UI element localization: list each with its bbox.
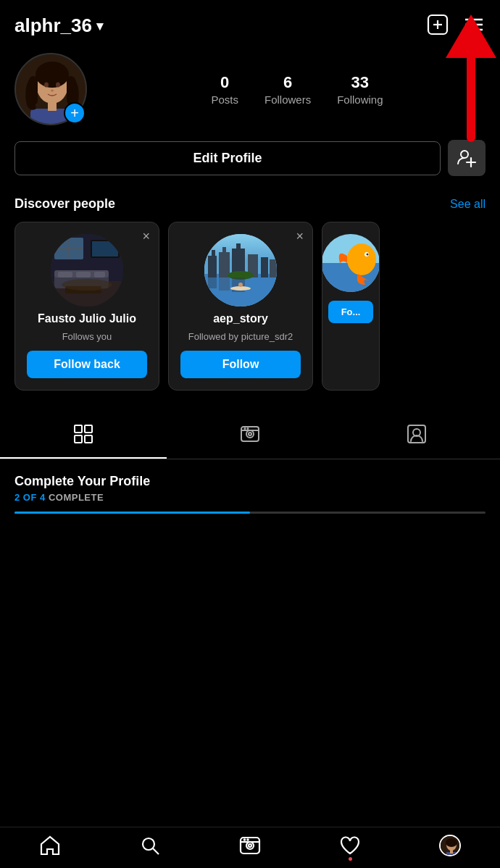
header-icons xyxy=(426,13,486,38)
people-cards: × xyxy=(0,222,500,405)
svg-rect-44 xyxy=(236,243,241,251)
person-card-1: × xyxy=(14,222,159,391)
follow-button-3[interactable]: Fo... xyxy=(328,301,373,323)
svg-rect-17 xyxy=(48,99,57,111)
svg-point-68 xyxy=(247,427,249,430)
tab-tagged[interactable] xyxy=(333,412,500,459)
nav-reels-icon xyxy=(239,835,261,856)
svg-point-77 xyxy=(243,838,246,841)
person-card-3: Fo... xyxy=(322,222,380,391)
bottom-nav xyxy=(0,827,500,868)
reels-icon xyxy=(240,424,260,447)
stats-row: 0 Posts 6 Followers 33 Following xyxy=(109,73,486,106)
svg-rect-28 xyxy=(92,241,118,256)
nav-search[interactable] xyxy=(139,835,161,856)
complete-suffix: COMPLETE xyxy=(49,492,104,503)
header: alphr_36 ▾ xyxy=(0,0,500,46)
svg-rect-40 xyxy=(212,250,215,257)
see-all-button[interactable]: See all xyxy=(450,198,486,211)
follow-button-2[interactable]: Follow xyxy=(180,351,301,378)
svg-rect-32 xyxy=(76,272,91,277)
nav-profile[interactable] xyxy=(439,835,461,856)
svg-point-81 xyxy=(446,838,457,847)
card-avatar-1 xyxy=(51,234,123,306)
nav-home[interactable] xyxy=(39,835,61,856)
svg-rect-31 xyxy=(58,272,72,277)
svg-rect-33 xyxy=(94,272,105,277)
svg-point-71 xyxy=(143,838,154,850)
progress-bar xyxy=(14,512,486,514)
posts-count: 0 xyxy=(220,73,229,92)
svg-rect-59 xyxy=(75,425,82,433)
svg-point-13 xyxy=(44,83,49,88)
add-post-button[interactable] xyxy=(426,13,449,38)
progress-fill xyxy=(14,512,250,514)
card-avatar-3 xyxy=(322,234,380,292)
stat-following[interactable]: 33 Following xyxy=(337,73,383,106)
tagged-icon xyxy=(407,424,427,447)
dismiss-card-1-button[interactable]: × xyxy=(142,230,150,243)
nav-reels[interactable] xyxy=(239,835,261,856)
svg-rect-60 xyxy=(85,425,92,433)
edit-profile-row: Edit Profile xyxy=(0,140,500,191)
card-name-1: Fausto Julio Julio xyxy=(38,312,136,325)
dismiss-card-2-button[interactable]: × xyxy=(296,230,304,243)
following-label: Following xyxy=(337,93,383,106)
svg-rect-83 xyxy=(450,849,453,854)
card-name-2: aep_story xyxy=(213,312,268,325)
card-avatar-2 xyxy=(204,234,277,306)
svg-rect-41 xyxy=(219,252,230,277)
following-count: 33 xyxy=(351,73,369,92)
svg-point-78 xyxy=(246,838,249,841)
svg-point-18 xyxy=(461,151,468,158)
plus-icon: + xyxy=(70,106,79,120)
nav-activity[interactable] xyxy=(339,835,361,856)
search-icon xyxy=(139,835,161,856)
edit-profile-button[interactable]: Edit Profile xyxy=(14,141,441,175)
card-subtext-1: Follows you xyxy=(62,331,112,342)
nav-profile-avatar xyxy=(439,835,461,856)
home-icon xyxy=(39,835,61,856)
discover-title: Discover people xyxy=(14,196,115,212)
add-story-button[interactable]: + xyxy=(64,102,86,124)
complete-count: 2 OF 4 xyxy=(14,492,46,503)
tab-reels[interactable] xyxy=(167,412,333,459)
tab-grid[interactable] xyxy=(0,412,167,459)
complete-profile-section: Complete Your Profile 2 OF 4 COMPLETE xyxy=(0,459,500,525)
person-card-2: × xyxy=(168,222,313,391)
svg-point-53 xyxy=(238,283,243,287)
svg-point-56 xyxy=(347,243,376,275)
svg-point-67 xyxy=(244,427,246,430)
add-person-icon xyxy=(457,148,477,168)
follow-back-button-1[interactable]: Follow back xyxy=(27,351,147,378)
complete-profile-title: Complete Your Profile xyxy=(14,474,486,489)
svg-rect-42 xyxy=(222,247,226,254)
svg-point-14 xyxy=(56,83,60,88)
svg-point-75 xyxy=(249,844,251,847)
username-row[interactable]: alphr_36 ▾ xyxy=(14,14,103,37)
activity-dot xyxy=(349,857,352,861)
stat-followers[interactable]: 6 Followers xyxy=(264,73,311,106)
svg-line-72 xyxy=(153,848,159,854)
grid-icon xyxy=(73,424,93,447)
svg-rect-39 xyxy=(208,256,217,277)
avatar-wrap[interactable]: + xyxy=(14,53,87,125)
svg-rect-46 xyxy=(261,257,268,277)
svg-point-15 xyxy=(51,90,54,92)
add-person-button[interactable] xyxy=(448,140,486,176)
heart-icon xyxy=(339,835,361,856)
svg-rect-49 xyxy=(208,277,217,288)
discover-header: Discover people See all xyxy=(0,191,500,222)
svg-point-10 xyxy=(36,62,69,88)
svg-rect-61 xyxy=(75,435,82,443)
svg-point-58 xyxy=(367,254,369,256)
posts-label: Posts xyxy=(211,93,238,106)
followers-count: 6 xyxy=(283,73,292,92)
svg-point-64 xyxy=(246,430,254,438)
stat-posts[interactable]: 0 Posts xyxy=(211,73,238,106)
profile-section: + 0 Posts 6 Followers 33 Following xyxy=(0,46,500,140)
svg-point-74 xyxy=(246,842,254,849)
svg-rect-50 xyxy=(219,277,230,291)
chevron-down-icon: ▾ xyxy=(96,18,103,34)
menu-button[interactable] xyxy=(462,13,486,38)
